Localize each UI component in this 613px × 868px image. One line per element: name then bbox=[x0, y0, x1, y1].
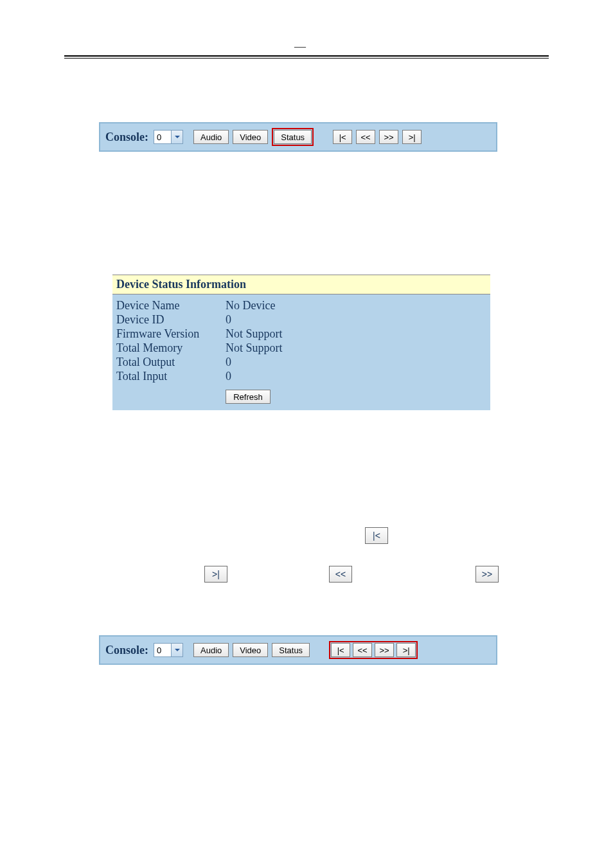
console-label: Console: bbox=[105, 644, 148, 657]
refresh-button[interactable]: Refresh bbox=[226, 390, 271, 404]
nav-last-button[interactable]: >| bbox=[396, 643, 416, 657]
status-value: 0 bbox=[226, 369, 231, 383]
device-status-heading: Device Status Information bbox=[112, 275, 490, 294]
console-select[interactable]: 0 bbox=[154, 130, 183, 144]
status-key: Device ID bbox=[116, 312, 226, 327]
nav-next-button[interactable]: >> bbox=[375, 643, 394, 657]
console-toolbar-top: Console: 0 Audio Video Status |< << >> >… bbox=[99, 122, 497, 152]
console-select-dropdown-button[interactable] bbox=[172, 130, 183, 144]
nav-prev-button[interactable]: << bbox=[356, 130, 375, 144]
status-button-highlight: Status bbox=[272, 128, 314, 146]
float-nav-next-button[interactable]: >> bbox=[475, 566, 499, 583]
console-select[interactable]: 0 bbox=[154, 643, 183, 657]
status-value: 0 bbox=[226, 312, 231, 327]
audio-button[interactable]: Audio bbox=[193, 643, 229, 657]
device-status-panel: Device Status Information Device Name No… bbox=[112, 275, 490, 410]
console-select-value: 0 bbox=[154, 643, 172, 657]
status-row: Device Name No Device bbox=[116, 298, 486, 312]
status-value: 0 bbox=[226, 355, 231, 369]
page-header-mark: — bbox=[294, 40, 306, 53]
console-select-value: 0 bbox=[154, 130, 172, 144]
status-value: Not Support bbox=[226, 327, 283, 341]
float-nav-last-button[interactable]: >| bbox=[204, 566, 227, 583]
nav-first-button[interactable]: |< bbox=[331, 643, 350, 657]
status-key: Total Memory bbox=[116, 341, 226, 355]
status-row: Firmware Version Not Support bbox=[116, 327, 486, 341]
status-row: Total Memory Not Support bbox=[116, 341, 486, 355]
nav-first-button[interactable]: |< bbox=[333, 130, 352, 144]
status-key: Total Input bbox=[116, 369, 226, 383]
status-button[interactable]: Status bbox=[274, 130, 312, 144]
status-button[interactable]: Status bbox=[272, 643, 310, 657]
header-rule-thin bbox=[64, 58, 549, 59]
status-value: Not Support bbox=[226, 341, 283, 355]
float-nav-prev-button[interactable]: << bbox=[329, 566, 352, 583]
status-value: No Device bbox=[226, 298, 275, 312]
float-nav-first-button[interactable]: |< bbox=[365, 527, 388, 544]
device-status-body: Device Name No Device Device ID 0 Firmwa… bbox=[112, 294, 490, 410]
status-key: Device Name bbox=[116, 298, 226, 312]
video-button[interactable]: Video bbox=[233, 130, 268, 144]
status-row: Total Output 0 bbox=[116, 355, 486, 369]
nav-group-highlight: |< << >> >| bbox=[329, 641, 418, 659]
nav-next-button[interactable]: >> bbox=[379, 130, 398, 144]
status-row: Total Input 0 bbox=[116, 369, 486, 383]
status-row: Device ID 0 bbox=[116, 312, 486, 327]
audio-button[interactable]: Audio bbox=[193, 130, 229, 144]
console-select-dropdown-button[interactable] bbox=[172, 643, 183, 657]
chevron-down-icon bbox=[174, 134, 181, 140]
status-key: Firmware Version bbox=[116, 327, 226, 341]
chevron-down-icon bbox=[174, 647, 181, 653]
header-rule-thick bbox=[64, 55, 549, 57]
console-toolbar-bottom: Console: 0 Audio Video Status |< << >> >… bbox=[99, 635, 497, 665]
status-key: Total Output bbox=[116, 355, 226, 369]
video-button[interactable]: Video bbox=[233, 643, 268, 657]
nav-prev-button[interactable]: << bbox=[353, 643, 372, 657]
nav-last-button[interactable]: >| bbox=[402, 130, 422, 144]
console-label: Console: bbox=[105, 131, 148, 144]
